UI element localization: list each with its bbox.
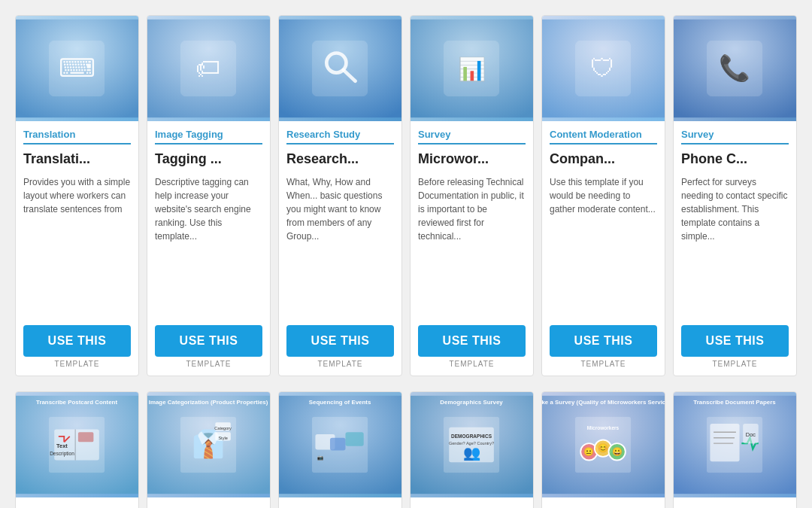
card-title-content-moderation: Compan...: [550, 151, 657, 168]
svg-rect-39: [345, 432, 363, 446]
svg-rect-61: [710, 424, 739, 461]
card-image-image-tagging: 🏷: [147, 16, 270, 121]
svg-text:😐: 😐: [583, 446, 594, 457]
template-label-survey: TEMPLATE: [449, 360, 494, 368]
card-category-image-tagging[interactable]: Image Tagging: [155, 129, 262, 144]
card-category-translation[interactable]: Translation: [23, 129, 131, 144]
card-image-research-study: [279, 16, 401, 121]
card-image-sequencing: 📷 Sequencing of Events: [279, 392, 401, 497]
template-label-image-tagging: TEMPLATE: [186, 360, 231, 368]
card-transcribe-doc: Doc Transcribe Document Papers: [673, 391, 797, 508]
svg-text:Style: Style: [218, 436, 227, 440]
svg-text:📞: 📞: [719, 53, 750, 84]
svg-text:Microworkers: Microworkers: [587, 425, 620, 430]
card-title-phone-survey: Phone C...: [681, 151, 789, 168]
svg-text:Text: Text: [56, 443, 68, 449]
card-image-categorization: 👔 Category Style Image Categorization (P…: [147, 392, 270, 497]
card-description-phone-survey: Perfect for surveys needing to contact s…: [681, 175, 789, 310]
card-body-research-study: Research StudyResearch...What, Why, How …: [279, 121, 401, 318]
svg-text:🏷: 🏷: [195, 54, 221, 82]
card-phone-survey: 📞 SurveyPhone C...Perfect for surveys ne…: [673, 15, 797, 376]
card-demographics: DEMOGRAPHICS Gender? Age? Country? 👥 Dem…: [410, 391, 534, 508]
card-title-research-study: Research...: [286, 151, 394, 168]
svg-text:⌨: ⌨: [59, 54, 95, 82]
card-research-study: Research StudyResearch...What, Why, How …: [278, 15, 402, 376]
svg-text:Image Categorization (Product : Image Categorization (Product Properties…: [149, 399, 268, 406]
card-image-demographics: DEMOGRAPHICS Gender? Age? Country? 👥 Dem…: [411, 392, 533, 497]
card-image-survey: 📊: [411, 16, 533, 121]
card-description-translation: Provides you with a simple layout where …: [23, 175, 131, 310]
template-label-content-moderation: TEMPLATE: [580, 360, 626, 368]
card-content-moderation: 🛡 Content ModerationCompan...Use this te…: [541, 15, 665, 376]
card-body-survey: SurveyMicrowor...Before releasing Techni…: [411, 121, 533, 318]
use-this-button-survey[interactable]: USE THIS: [418, 325, 526, 357]
svg-text:Doc: Doc: [746, 431, 756, 438]
svg-text:📊: 📊: [458, 56, 486, 83]
template-label-research-study: TEMPLATE: [317, 360, 362, 368]
card-title-translation: Translati...: [23, 151, 131, 168]
card-image-postcard: Text Description Transcribe Postcard Con…: [16, 392, 138, 497]
template-label-translation: TEMPLATE: [54, 360, 99, 368]
svg-text:DEMOGRAPHICS: DEMOGRAPHICS: [451, 433, 492, 439]
card-translation: ⌨ TranslationTranslati...Provides you wi…: [15, 15, 139, 376]
use-this-button-image-tagging[interactable]: USE THIS: [155, 325, 262, 357]
card-title-image-tagging: Tagging ...: [155, 151, 262, 168]
svg-rect-38: [330, 438, 345, 451]
card-grid-row2: Text Description Transcribe Postcard Con…: [8, 384, 804, 508]
card-footer-translation: USE THISTEMPLATE: [16, 318, 138, 376]
card-footer-image-tagging: USE THISTEMPLATE: [147, 318, 270, 376]
svg-text:Take a Survey (Quality of Micr: Take a Survey (Quality of Microworkers S…: [542, 399, 665, 406]
card-image-quality: 😐 😊 😀 Microworkers Take a Survey (Qualit…: [542, 392, 665, 497]
use-this-button-content-moderation[interactable]: USE THIS: [550, 325, 657, 357]
card-survey: 📊 SurveyMicrowor...Before releasing Tech…: [410, 15, 534, 376]
card-category-phone-survey[interactable]: Survey: [681, 129, 789, 144]
svg-text:🛡: 🛡: [590, 54, 616, 82]
svg-text:Demographics Survey: Demographics Survey: [440, 399, 503, 406]
card-categorization: 👔 Category Style Image Categorization (P…: [147, 391, 271, 508]
card-body-translation: TranslationTranslati...Provides you with…: [16, 121, 138, 318]
use-this-button-phone-survey[interactable]: USE THIS: [681, 325, 789, 357]
svg-text:😊: 😊: [598, 443, 608, 453]
svg-text:Category: Category: [214, 426, 232, 430]
card-footer-content-moderation: USE THISTEMPLATE: [542, 318, 665, 376]
svg-rect-7: [312, 41, 368, 97]
card-sequencing: 📷 Sequencing of Events: [278, 391, 402, 508]
svg-rect-23: [78, 432, 93, 442]
svg-text:😀: 😀: [612, 446, 623, 457]
svg-text:Description: Description: [50, 451, 74, 457]
card-description-survey: Before releasing Technical Documentation…: [418, 175, 526, 310]
card-category-survey[interactable]: Survey: [418, 129, 526, 144]
card-footer-phone-survey: USE THISTEMPLATE: [674, 318, 796, 376]
template-label-phone-survey: TEMPLATE: [712, 360, 757, 368]
card-description-image-tagging: Descriptive tagging can help increase yo…: [155, 175, 262, 310]
card-quality: 😐 😊 😀 Microworkers Take a Survey (Qualit…: [541, 391, 665, 508]
card-description-research-study: What, Why, How and When... basic questio…: [286, 175, 394, 310]
card-image-translation: ⌨: [16, 16, 138, 121]
use-this-button-translation[interactable]: USE THIS: [23, 325, 131, 357]
card-body-image-tagging: Image TaggingTagging ...Descriptive tagg…: [147, 121, 270, 318]
svg-text:Sequencing of Events: Sequencing of Events: [309, 399, 371, 406]
card-category-content-moderation[interactable]: Content Moderation: [550, 129, 657, 144]
card-postcard: Text Description Transcribe Postcard Con…: [15, 391, 139, 508]
card-image-content-moderation: 🛡: [542, 16, 665, 121]
card-footer-research-study: USE THISTEMPLATE: [279, 318, 401, 376]
svg-text:Transcribe Document Papers: Transcribe Document Papers: [693, 399, 776, 406]
card-image-phone-survey: 📞: [674, 16, 796, 121]
card-description-content-moderation: Use this template if you would be needin…: [550, 175, 657, 310]
card-footer-survey: USE THISTEMPLATE: [411, 318, 533, 376]
card-image-tagging: 🏷 Image TaggingTagging ...Descriptive ta…: [147, 15, 271, 376]
card-category-research-study[interactable]: Research Study: [286, 129, 394, 144]
svg-text:👥: 👥: [463, 444, 481, 461]
card-title-survey: Microwor...: [418, 151, 526, 168]
card-body-content-moderation: Content ModerationCompan...Use this temp…: [542, 121, 665, 318]
card-grid-row1: ⌨ TranslationTranslati...Provides you wi…: [8, 8, 804, 384]
card-image-transcribe-doc: Doc Transcribe Document Papers: [674, 392, 796, 497]
svg-text:📷: 📷: [317, 454, 324, 461]
card-body-phone-survey: SurveyPhone C...Perfect for surveys need…: [674, 121, 796, 318]
svg-text:Transcribe Postcard Content: Transcribe Postcard Content: [36, 399, 117, 406]
use-this-button-research-study[interactable]: USE THIS: [286, 325, 394, 357]
